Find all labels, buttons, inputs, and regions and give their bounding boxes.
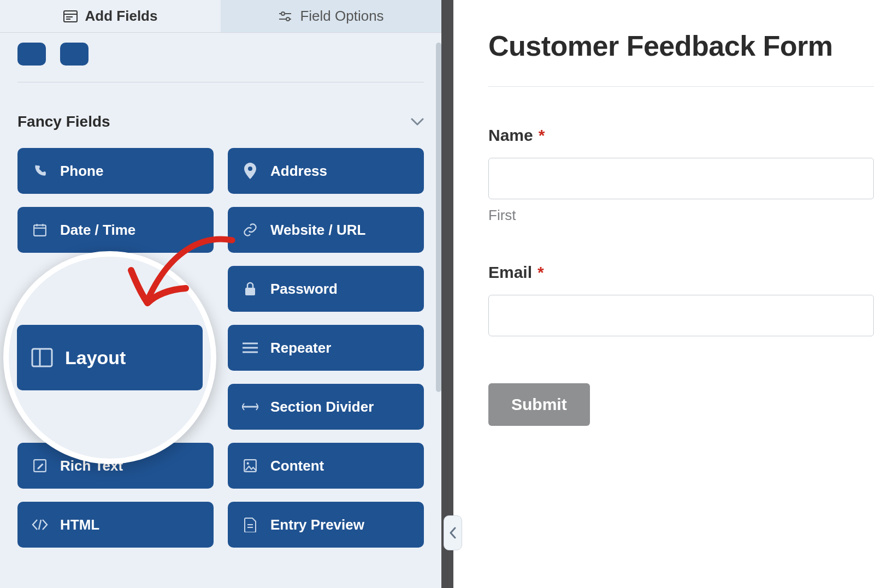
prev-section-row: [17, 43, 424, 66]
panel-scrollbar[interactable]: [436, 43, 441, 392]
form-title: Customer Feedback Form: [488, 29, 874, 62]
panel-divider: [441, 0, 453, 588]
field-label: Repeater: [270, 340, 331, 357]
field-btn-repeater[interactable]: Repeater: [228, 325, 424, 371]
field-btn-address[interactable]: Address: [228, 148, 424, 194]
form-preview: Customer Feedback Form Name * First Emai…: [453, 0, 874, 588]
svg-point-5: [281, 12, 285, 15]
svg-line-20: [39, 520, 41, 530]
document-icon: [242, 516, 258, 533]
tab-add-fields-label: Add Fields: [85, 8, 158, 25]
required-mark: *: [538, 263, 544, 282]
phone-icon: [32, 163, 48, 179]
field-label: Section Divider: [270, 399, 374, 415]
tab-field-options[interactable]: Field Options: [221, 0, 441, 32]
field-btn-layout[interactable]: Layout: [17, 325, 203, 390]
field-label: Address: [270, 163, 327, 180]
sliders-icon: [278, 9, 292, 23]
field-btn-content[interactable]: Content: [228, 443, 424, 489]
field-label: Date / Time: [60, 222, 135, 239]
section-title: Fancy Fields: [17, 113, 110, 130]
field-btn-html[interactable]: HTML: [17, 502, 214, 548]
field-btn-truncated-right[interactable]: [60, 43, 88, 66]
layout-icon: [31, 347, 53, 369]
svg-rect-12: [245, 288, 255, 295]
code-icon: [32, 516, 48, 533]
first-sublabel: First: [488, 207, 874, 224]
chevron-down-icon: [411, 118, 424, 126]
tab-add-fields[interactable]: Add Fields: [0, 0, 221, 32]
image-icon: [242, 458, 258, 474]
lock-icon: [242, 281, 258, 297]
field-btn-truncated-left[interactable]: [17, 43, 46, 66]
panel-tabs: Add Fields Field Options: [0, 0, 441, 33]
svg-point-19: [247, 462, 249, 465]
first-name-input[interactable]: [488, 158, 874, 199]
email-label-text: Email: [488, 263, 532, 282]
email-label: Email *: [488, 263, 874, 282]
field-btn-entry-preview[interactable]: Entry Preview: [228, 502, 424, 548]
submit-button[interactable]: Submit: [488, 383, 590, 426]
divider-icon: [242, 399, 258, 415]
field-label: Phone: [60, 163, 103, 180]
field-btn-section-divider[interactable]: Section Divider: [228, 384, 424, 430]
form-field-email: Email *: [488, 263, 874, 336]
collapse-handle[interactable]: [444, 515, 462, 550]
field-label: Entry Preview: [270, 516, 364, 533]
list-icon: [242, 340, 258, 356]
form-field-name: Name * First: [488, 126, 874, 224]
field-label: Password: [270, 281, 338, 298]
field-btn-password[interactable]: Password: [228, 266, 424, 312]
edit-icon: [32, 458, 48, 474]
field-btn-date-time[interactable]: Date / Time: [17, 207, 214, 253]
form-icon: [63, 9, 78, 23]
field-label: Website / URL: [270, 222, 365, 239]
svg-rect-23: [32, 349, 52, 366]
link-icon: [242, 222, 258, 238]
field-label: Content: [270, 458, 324, 474]
pin-icon: [242, 163, 258, 179]
field-label: Layout: [65, 347, 126, 369]
chevron-left-icon: [449, 527, 457, 539]
section-header-fancy[interactable]: Fancy Fields: [17, 113, 424, 133]
svg-rect-8: [34, 225, 46, 236]
tab-field-options-label: Field Options: [300, 8, 383, 25]
title-divider: [488, 86, 874, 87]
email-input[interactable]: [488, 295, 874, 336]
required-mark: *: [539, 126, 545, 145]
magnifier-callout: Layout: [3, 251, 216, 464]
field-btn-phone[interactable]: Phone: [17, 148, 214, 194]
svg-point-7: [286, 17, 290, 21]
calendar-icon: [32, 222, 48, 238]
fields-panel: Add Fields Field Options Fancy Fields: [0, 0, 441, 588]
field-btn-website-url[interactable]: Website / URL: [228, 207, 424, 253]
name-label: Name *: [488, 126, 874, 145]
field-label: HTML: [60, 516, 99, 533]
name-label-text: Name: [488, 126, 533, 145]
